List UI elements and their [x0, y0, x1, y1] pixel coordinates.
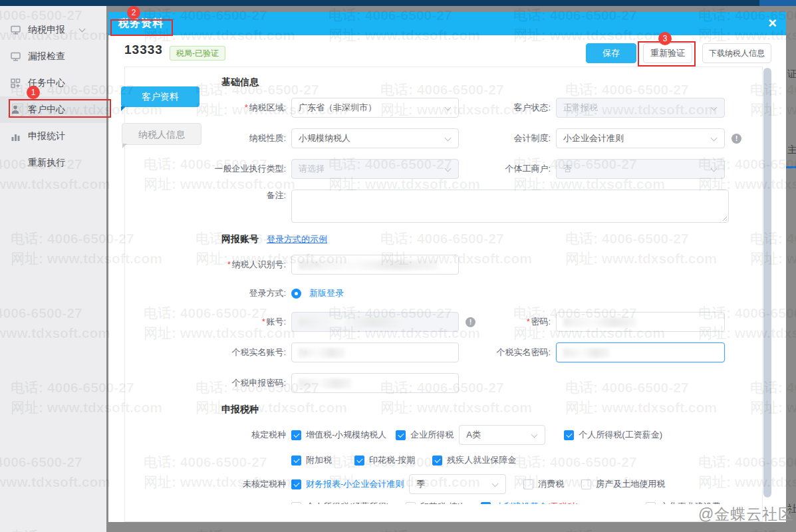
personal-tax-account-input[interactable]: · ¬ · [291, 342, 459, 362]
field-label: *账号 [125, 316, 291, 328]
checkbox-corporate-income-tax[interactable]: 企业所得税 [396, 429, 454, 441]
monitor-icon [9, 24, 21, 36]
tab-fold [122, 144, 127, 148]
field-label: *密码 [475, 316, 556, 328]
checkbox-unchecked-icon [581, 479, 591, 489]
tax-region-select[interactable]: 广东省（非深圳市） [291, 98, 459, 118]
checkbox-personal-income-tax-business[interactable]: 个人所得税(经营所得) [291, 497, 390, 504]
checkbox-stamp-tax-per-time[interactable]: 印花税-按次 [406, 497, 466, 504]
dialog-header: 税务资料 × [108, 12, 786, 35]
checkbox-unchecked-icon [291, 502, 301, 505]
info-icon: ! [731, 134, 741, 144]
dialog-title: 税务资料 [118, 17, 164, 31]
field-label: 会计制度 [459, 132, 556, 144]
sidebar-item-tax-declare[interactable]: 纳税申报 [0, 17, 106, 43]
checkbox-checked-icon [396, 430, 406, 440]
reverify-button[interactable]: 重新验证 [643, 43, 692, 63]
sidebar-item-label: 纳税申报 [28, 24, 65, 36]
customer-status-select: 正常报税 [556, 98, 725, 118]
chevron-down-icon [445, 104, 452, 111]
save-button[interactable]: 保存 [586, 43, 636, 63]
personal-tax-password-input[interactable]: · - , [556, 342, 725, 362]
grid-icon [9, 77, 21, 89]
field-label: 个税实名账号 [125, 346, 291, 358]
checkbox-checked-icon [564, 430, 574, 440]
sidebar-item-task-center[interactable]: 任务中心 [0, 70, 106, 96]
sidebar-item-label: 客户中心 [28, 104, 65, 116]
checkbox-property-land-tax[interactable]: 房产及土地使用税 [581, 478, 665, 490]
chevron-down-icon [492, 481, 499, 487]
enterprise-exec-type-select: 请选择 [291, 159, 459, 179]
field-label: 登录方式 [125, 287, 291, 299]
individual-business-select: 否 [556, 159, 725, 179]
tax-nature-select[interactable]: 小规模纳税人 [291, 128, 459, 148]
checkbox-personal-income-tax-salary[interactable]: 个人所得税(工资薪金) [564, 429, 662, 441]
group-label: 核定税种 [125, 429, 291, 441]
background-fragment: 主 [787, 144, 796, 156]
sidebar-item-customer-center[interactable]: 客户中心 [0, 96, 106, 123]
corporate-tax-type-select[interactable]: A类 [459, 425, 545, 445]
info-icon: ! [465, 317, 475, 327]
checkbox-checked-icon [481, 502, 491, 505]
field-label: 客户状态 [459, 102, 556, 114]
checkbox-checked-icon [291, 456, 301, 466]
sidebar-item-label: 任务中心 [28, 77, 65, 89]
tax-info-dialog: 税务资料 × 13333 税局-已验证 保存 重新验证 下载纳税人信息 客户资料… [108, 12, 786, 522]
sidebar: 纳税申报 漏报检查 任务中心 客户中心 申报统计 重新执行 [0, 6, 106, 532]
sidebar-item-label: 重新执行 [28, 157, 65, 169]
section-title-taxes: 申报税种 [221, 404, 762, 416]
group-label: 未核定税种 [125, 478, 291, 490]
tab-customer-info[interactable]: 客户资料 [121, 86, 199, 107]
accounting-system-select[interactable]: 小企业会计准则 [556, 128, 725, 148]
form-panel: 基础信息 *纳税区域 广东省（非深圳市） 客户状态 正常报税 纳税性质 小规模纳… [124, 66, 763, 522]
dialog-toolbar: 13333 税局-已验证 保存 重新验证 下载纳税人信息 [108, 35, 786, 66]
checkbox-checked-icon [354, 456, 364, 466]
background-fragment-line [786, 166, 796, 168]
taxpayer-id-input[interactable]: · ·· - ¬ [291, 255, 459, 275]
tab-taxpayer-info[interactable]: 纳税人信息 [122, 123, 201, 145]
field-label: *纳税人识别号 [125, 259, 291, 271]
remark-textarea[interactable] [291, 190, 729, 223]
checkbox-financial-statements[interactable]: 财务报表-小企业会计准则 [291, 478, 404, 490]
chevron-down-icon [711, 135, 718, 142]
radio-checked-icon[interactable] [291, 289, 301, 299]
checkbox-checked-icon [432, 456, 442, 466]
top-titlebar [0, 0, 796, 6]
field-label: 个体工商户 [459, 163, 556, 175]
password-input[interactable]: ··· [556, 312, 725, 332]
sidebar-item-missed-check[interactable]: 漏报检查 [0, 43, 106, 70]
sidebar-item-re-execute[interactable]: 重新执行 [0, 150, 106, 176]
login-mode-option[interactable]: 新版登录 [309, 287, 344, 299]
checkbox-surtax[interactable]: 附加税 [291, 454, 332, 466]
checkbox-vat-small-scale[interactable]: 增值税-小规模纳税人 [291, 429, 386, 441]
checkbox-unchecked-icon [646, 502, 656, 505]
checkbox-checked-icon [291, 479, 301, 489]
checkbox-consumption-tax[interactable]: 消费税 [523, 478, 564, 490]
chevron-down-icon [711, 166, 718, 172]
chevron-down-icon [711, 104, 718, 111]
monitor-icon [9, 51, 21, 63]
sidebar-item-declare-stats[interactable]: 申报统计 [0, 123, 106, 150]
tab-fold [121, 106, 126, 111]
chevron-down-icon [445, 166, 452, 172]
download-taxpayer-info-button[interactable]: 下载纳税人信息 [702, 43, 771, 63]
section-title-basic: 基础信息 [221, 76, 762, 88]
checkbox-water-fund[interactable]: 水利建设基金 (无税种) [481, 497, 579, 504]
checkbox-stamp-tax-periodic[interactable]: 印花税-按期 [354, 454, 415, 466]
login-example-link[interactable]: 登录方式的示例 [267, 234, 327, 244]
checkbox-unchecked-icon [406, 502, 416, 505]
section-title-account: 网报账号登录方式的示例 [221, 233, 762, 245]
declare-password-input[interactable]: : ·· · [291, 373, 459, 393]
statement-period-select[interactable]: 季 [409, 474, 506, 494]
sidebar-item-label: 申报统计 [28, 130, 65, 142]
sidebar-item-label: 漏报检查 [28, 51, 65, 63]
checkbox-disability-fund[interactable]: 残疾人就业保障金 [432, 454, 516, 466]
checkbox-culture-fee[interactable]: 文化事业建设费 [646, 497, 721, 504]
titlebar-segment [759, 0, 796, 6]
user-icon [9, 104, 21, 116]
close-icon[interactable]: × [768, 15, 777, 32]
bar-chart-icon [9, 130, 21, 142]
scrollbar-thumb[interactable] [763, 68, 771, 497]
checkbox-unchecked-icon [523, 479, 533, 489]
account-input: · · · [291, 312, 459, 332]
